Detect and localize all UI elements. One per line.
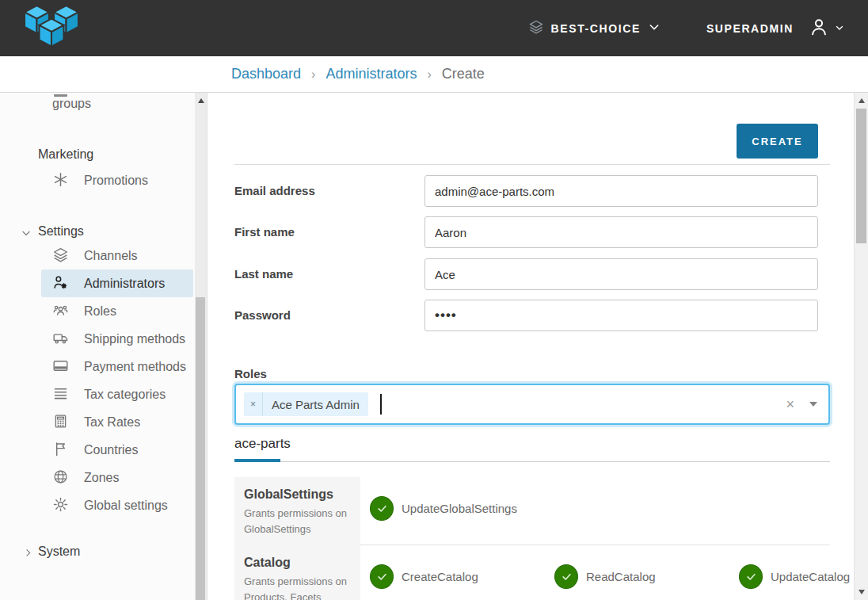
- form-divider: [234, 164, 830, 165]
- sidebar-scrollbar-thumb[interactable]: [196, 297, 205, 600]
- layers-icon: [52, 245, 69, 262]
- email-field[interactable]: [424, 175, 818, 207]
- scroll-up-arrow-icon[interactable]: [858, 98, 865, 103]
- permission-group-description: Grants permissions on GlobalSettings: [244, 506, 351, 537]
- user-gear-icon: [52, 273, 69, 289]
- main-scrollbar-thumb[interactable]: [856, 109, 866, 243]
- globe-icon: [52, 467, 69, 483]
- permission-toggle[interactable]: UpdateCatalog: [739, 564, 854, 589]
- channel-switcher[interactable]: BEST-CHOICE: [528, 19, 661, 38]
- permission-toggle[interactable]: ReadCatalog: [554, 564, 739, 589]
- top-bar: BEST-CHOICE SUPERADMIN: [0, 0, 868, 56]
- breadcrumb-administrators[interactable]: Administrators: [326, 66, 417, 82]
- email-label: Email address: [234, 184, 315, 197]
- select-dropdown-arrow-icon[interactable]: [809, 402, 817, 407]
- create-button[interactable]: CREATE: [737, 124, 818, 159]
- text-caret: [380, 394, 382, 415]
- cog-icon: [52, 495, 69, 511]
- truck-icon: [52, 330, 69, 346]
- table-row: Catalog Grants permissions on Products, …: [234, 545, 830, 600]
- tab-rule: [234, 461, 830, 462]
- chevron-right-icon: [23, 545, 33, 563]
- sidebar-item-zones[interactable]: Zones: [41, 464, 193, 491]
- sidebar-scrollbar[interactable]: [195, 93, 207, 600]
- role-chip: × Ace Parts Admin: [244, 392, 368, 416]
- last-name-label: Last name: [234, 267, 293, 281]
- table-row: GlobalSettings Grants permissions on Glo…: [234, 477, 830, 545]
- channel-chevron-down-icon: [648, 21, 661, 36]
- check-circle-icon[interactable]: [739, 564, 763, 589]
- user-chevron-down-icon: [835, 21, 844, 36]
- password-field[interactable]: [424, 300, 818, 331]
- user-name-label: SUPERADMIN: [706, 22, 794, 35]
- breadcrumb-separator: ›: [427, 67, 431, 82]
- permission-toggle[interactable]: CreateCatalog: [370, 564, 554, 589]
- sidebar-item-channels[interactable]: Channels: [41, 242, 193, 269]
- sidebar-item-roles[interactable]: Roles: [41, 297, 193, 325]
- asterisk-icon: [52, 170, 69, 186]
- breadcrumb-separator: ›: [311, 67, 315, 82]
- section-settings[interactable]: Settings: [0, 223, 195, 240]
- channel-label: BEST-CHOICE: [551, 22, 641, 35]
- sidebar-item-customer-groups[interactable]: groups: [0, 95, 195, 114]
- sidebar-item-global-settings[interactable]: Global settings: [41, 491, 193, 519]
- main-content: CREATE Email address First name Last nam…: [207, 93, 854, 600]
- breadcrumb-current: Create: [442, 66, 485, 82]
- admin-create-page: BEST-CHOICE SUPERADMIN Dashboard › Admin…: [0, 0, 868, 600]
- scroll-down-arrow-icon[interactable]: [858, 590, 865, 594]
- sidebar-item-shipping-methods[interactable]: Shipping methods: [41, 325, 193, 353]
- active-tab-underline: [234, 459, 280, 462]
- section-marketing[interactable]: Marketing: [0, 146, 195, 163]
- list-icon: [52, 384, 69, 400]
- channel-layers-icon: [528, 19, 544, 38]
- sidebar-item-administrators[interactable]: Administrators: [41, 269, 193, 297]
- check-circle-icon[interactable]: [370, 496, 394, 521]
- sidebar-item-tax-rates[interactable]: Tax Rates: [41, 408, 193, 436]
- roles-label: Roles: [234, 367, 267, 380]
- first-name-field[interactable]: [424, 216, 818, 248]
- calculator-icon: [52, 411, 69, 428]
- tab-ace-parts[interactable]: ace-parts: [234, 436, 291, 452]
- first-name-label: First name: [234, 225, 295, 239]
- select-clear-icon[interactable]: ×: [786, 397, 794, 411]
- body-area: groups Marketing Promotions: [0, 93, 868, 600]
- main-scrollbar[interactable]: [854, 93, 868, 600]
- permission-group-name: GlobalSettings: [244, 487, 351, 502]
- permission-group-description: Grants permissions on Products, Facets: [244, 574, 351, 600]
- section-system[interactable]: System: [0, 543, 195, 560]
- flag-icon: [52, 439, 69, 456]
- check-circle-icon[interactable]: [370, 564, 394, 589]
- permission-toggle[interactable]: UpdateGlobalSettings: [370, 496, 554, 521]
- chip-remove-icon[interactable]: ×: [244, 392, 263, 416]
- user-icon: [808, 16, 830, 41]
- sidebar-item-tax-categories[interactable]: Tax categories: [41, 380, 193, 408]
- sidebar-item-payment-methods[interactable]: Payment methods: [41, 353, 193, 380]
- sidebar-item-promotions[interactable]: Promotions: [41, 166, 193, 194]
- check-circle-icon[interactable]: [554, 564, 578, 589]
- roles-select[interactable]: × Ace Parts Admin ×: [234, 384, 830, 425]
- vendure-logo-icon: [24, 5, 79, 54]
- permission-group-name: Catalog: [244, 556, 351, 570]
- sidebar-item-countries[interactable]: Countries: [41, 436, 193, 464]
- sidebar-nav: groups Marketing Promotions: [0, 93, 207, 600]
- scroll-up-arrow-icon[interactable]: [198, 98, 204, 103]
- users-icon: [52, 300, 69, 317]
- chevron-down-icon: [21, 226, 32, 243]
- permissions-table: GlobalSettings Grants permissions on Glo…: [234, 477, 830, 600]
- credit-card-icon: [52, 357, 69, 374]
- breadcrumb-dashboard[interactable]: Dashboard: [231, 66, 301, 82]
- password-label: Password: [234, 308, 291, 322]
- user-menu-button[interactable]: [808, 16, 844, 41]
- chip-label: Ace Parts Admin: [263, 392, 368, 416]
- breadcrumb: Dashboard › Administrators › Create: [0, 56, 868, 93]
- last-name-field[interactable]: [424, 258, 818, 290]
